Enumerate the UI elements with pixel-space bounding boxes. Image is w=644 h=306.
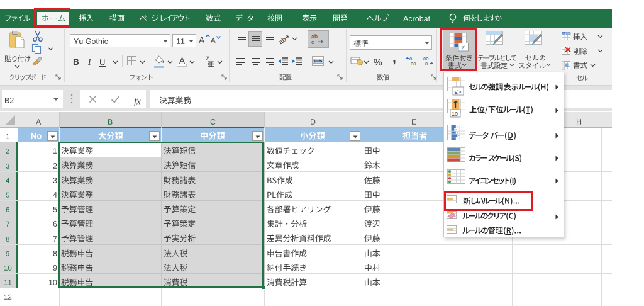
svg-text:10: 10 xyxy=(452,110,458,116)
svg-text:≤>: ≤> xyxy=(455,88,462,94)
svg-text:.0: .0 xyxy=(424,61,428,65)
svg-text:.00: .00 xyxy=(409,61,416,65)
svg-text:ab: ab xyxy=(277,35,287,46)
svg-text:c: c xyxy=(311,39,314,45)
